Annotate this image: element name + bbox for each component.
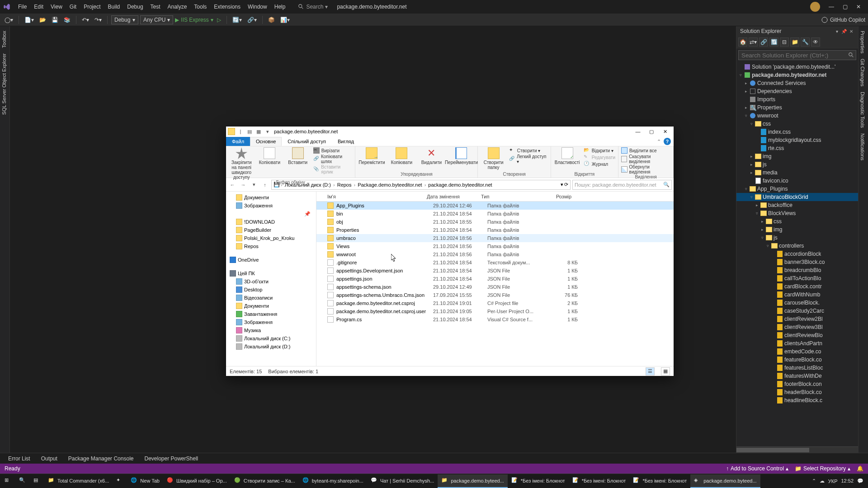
sql-explorer-tab[interactable]: SQL Server Object Explorer (0, 51, 8, 117)
file-row[interactable]: appsettings-schema.Umbraco.Cms.json17.09… (316, 291, 674, 299)
qat-props-icon[interactable]: ▤ (246, 128, 253, 135)
tree-item[interactable]: favicon.ico (736, 177, 858, 185)
addr-refresh-icon[interactable]: ⟳ (564, 182, 568, 188)
chevron-icon[interactable] (755, 146, 759, 150)
solexp-search-input[interactable] (738, 50, 856, 60)
tree-item[interactable]: featuresListBloc (736, 364, 858, 372)
browser-link-icon[interactable]: 🔗▾ (245, 16, 259, 24)
taskbar-item[interactable]: 📝*Без імені: Блокнот (508, 474, 569, 488)
pin-icon[interactable] (236, 147, 247, 159)
tab-error-list[interactable]: Error List (4, 454, 35, 463)
file-row[interactable]: appsettings.Development.json21.10.2024 1… (316, 267, 674, 275)
chevron-icon[interactable]: ▸ (760, 227, 764, 232)
col-type[interactable]: Тип (481, 194, 535, 199)
chevron-icon[interactable]: ▸ (744, 89, 748, 94)
save-all-icon[interactable]: 📚 (62, 16, 72, 24)
tb-extra-1-icon[interactable]: 📦 (266, 16, 277, 24)
open-button[interactable]: 📂Відкрити ▾ (584, 147, 615, 154)
chevron-icon[interactable] (749, 178, 754, 183)
file-row[interactable]: bin21.10.2024 18:54Папка файлів (316, 210, 674, 218)
tab-file[interactable]: Файл (226, 137, 250, 146)
new-item-button[interactable]: ✦Створити ▾ (509, 147, 548, 154)
menu-project[interactable]: Project (80, 2, 104, 11)
tree-item[interactable]: breadcrumbBlo (736, 266, 858, 274)
refresh-icon[interactable]: 🔃 (769, 38, 778, 47)
tree-item[interactable]: Imports (736, 95, 858, 103)
file-row[interactable]: appsettings-schema.json29.10.2024 12:49J… (316, 283, 674, 291)
chevron-icon[interactable] (771, 325, 775, 329)
file-row[interactable]: Program.cs21.10.2024 18:54Visual C# Sour… (316, 315, 674, 324)
explorer-maximize[interactable]: ▢ (645, 127, 658, 136)
menu-analyze[interactable]: Analyze (164, 2, 191, 11)
menu-view[interactable]: View (47, 2, 66, 11)
nav-back-icon[interactable]: ◯▾ (3, 16, 15, 24)
tree-item[interactable]: cardBlock.contr (736, 282, 858, 291)
undo-icon[interactable]: ↶▾ (80, 16, 91, 24)
nav-item[interactable]: Desktop (228, 286, 314, 294)
nav-item[interactable]: Зображення (228, 318, 314, 326)
nav-item[interactable]: Зображення (228, 202, 314, 210)
tree-item[interactable]: banner3Block.co (736, 258, 858, 266)
chevron-icon[interactable]: ▸ (755, 203, 759, 207)
copyto-icon[interactable] (396, 147, 407, 159)
invert-selection-button[interactable]: Обернути виділення (621, 164, 670, 174)
home-icon[interactable]: 🏠 (738, 38, 747, 47)
tree-item[interactable]: ▸Dependencies (736, 87, 858, 95)
tree-item[interactable]: clientReviewBlo (736, 331, 858, 339)
chevron-icon[interactable] (771, 260, 775, 264)
file-row[interactable]: wwwroot21.10.2024 18:56Папка файлів (316, 250, 674, 258)
collapse-all-icon[interactable]: ⊟ (780, 38, 789, 47)
chevron-icon[interactable] (771, 390, 775, 394)
tree-item[interactable]: embedCode.co (736, 347, 858, 356)
address-bar[interactable]: 💾 ›Локальний диск (D:) ›Repos ›Package.d… (271, 180, 571, 190)
chevron-icon[interactable] (771, 309, 775, 313)
nav-recent-icon[interactable]: ▾ (250, 180, 259, 189)
tree-item[interactable]: ▸🔧Properties (736, 103, 858, 112)
copilot-button[interactable]: GitHub Copilot (821, 16, 865, 23)
tree-item[interactable]: ▿controllers (736, 242, 858, 250)
taskbar-item[interactable]: 💬Чат | Serhii Demchysh... (367, 474, 438, 488)
chevron-icon[interactable]: ▸ (749, 170, 754, 175)
file-row[interactable]: appsettings.json21.10.2024 18:54JSON Fil… (316, 275, 674, 283)
minimize-button[interactable]: — (825, 2, 838, 12)
chevron-icon[interactable] (771, 382, 775, 386)
chevron-icon[interactable] (771, 300, 775, 305)
chevron-icon[interactable]: ▸ (749, 154, 754, 159)
properties-tab[interactable]: Properties (859, 28, 867, 56)
tray-expand-icon[interactable]: ⌃ (812, 478, 816, 484)
nav-item[interactable]: Завантаження (228, 310, 314, 318)
window-dropdown-icon[interactable]: ▾ (834, 28, 840, 34)
delete-icon[interactable]: ✕ (425, 147, 437, 159)
chevron-icon[interactable]: ▸ (744, 105, 748, 110)
tree-item[interactable]: cardWithNumb (736, 291, 858, 299)
menu-git[interactable]: Git (66, 2, 80, 11)
cut-button[interactable]: ✂Вирізати (313, 147, 353, 154)
chevron-icon[interactable] (771, 366, 775, 370)
nav-up-icon[interactable]: ↑ (260, 180, 269, 189)
tree-item[interactable]: ▿BlockViews (736, 209, 858, 217)
taskbar-item[interactable]: 🔍 (15, 474, 30, 488)
tree-item[interactable]: ▿package.demo.byteeditor.net (736, 71, 858, 79)
tab-home[interactable]: Основне (250, 137, 282, 146)
menu-tools[interactable]: Tools (190, 2, 210, 11)
taskbar-item[interactable]: 🟢Створити запис – Ка... (231, 474, 299, 488)
tb-extra-2-icon[interactable]: 📊▾ (278, 16, 292, 24)
col-name[interactable]: Ім'я (327, 194, 427, 199)
chevron-icon[interactable]: ▿ (749, 122, 754, 126)
tree-item[interactable]: callToActionBlo (736, 274, 858, 282)
chevron-icon[interactable] (738, 65, 743, 69)
tree-item[interactable]: index.css (736, 128, 858, 136)
tab-view[interactable]: Вигляд (332, 137, 360, 146)
chevron-icon[interactable] (744, 97, 748, 102)
show-all-icon[interactable]: 📁 (790, 38, 799, 47)
chevron-icon[interactable] (771, 374, 775, 378)
tree-item[interactable]: clientReview2Bl (736, 315, 858, 323)
tray-notifications-icon[interactable]: 💬 (857, 478, 863, 484)
notifications-tab[interactable]: Notifications (859, 131, 867, 163)
preview-icon[interactable]: 👁 (811, 38, 820, 47)
file-row[interactable]: .gitignore21.10.2024 18:54Текстовий доку… (316, 258, 674, 267)
select-all-button[interactable]: Виділити все (621, 147, 670, 154)
nav-item[interactable]: Документи (228, 302, 314, 310)
chevron-icon[interactable] (771, 357, 775, 362)
tree-item[interactable]: caseStudy2Carc (736, 307, 858, 315)
